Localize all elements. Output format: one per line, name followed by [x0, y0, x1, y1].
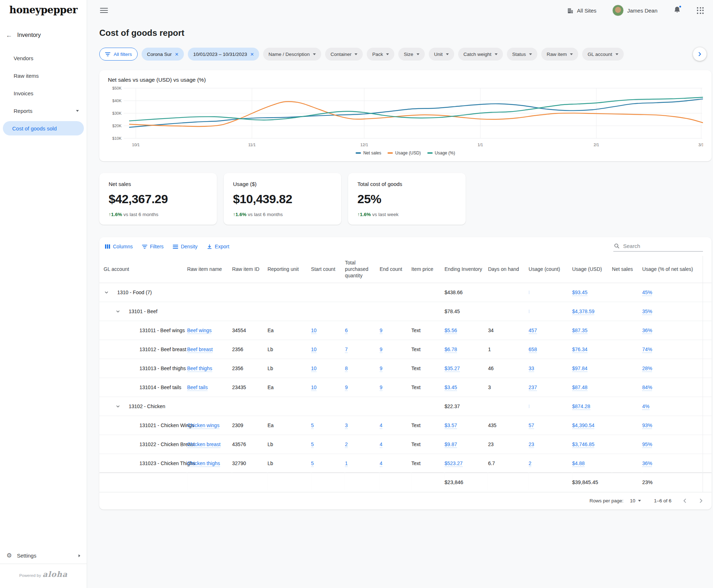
column-header-id[interactable]: Raw item ID	[232, 256, 267, 283]
cell-link-usage_usd[interactable]: $76.34	[572, 346, 588, 353]
cell-link-name[interactable]: Chicken thighs	[187, 460, 220, 467]
filters-scroll-next-button[interactable]	[693, 47, 707, 61]
cell-link-ending[interactable]: $3.45	[445, 384, 457, 391]
sidebar-item-reports[interactable]: Reports	[3, 104, 84, 118]
sidebar-item-raw-items[interactable]: Raw items	[3, 68, 84, 83]
expand-collapse-button[interactable]	[116, 404, 120, 408]
cell-link-start[interactable]: 10	[311, 365, 317, 372]
cell-link-purchased[interactable]: 3	[345, 422, 348, 429]
back-arrow-icon[interactable]: ←	[6, 32, 12, 38]
cell-link-usage_pct[interactable]: 36%	[642, 328, 652, 334]
filter-dropdown-gl-account[interactable]: GL account	[582, 48, 624, 61]
cell-link-name[interactable]: Beef wings	[187, 328, 211, 334]
filter-dropdown-raw-item[interactable]: Raw item	[541, 48, 578, 61]
cell-link-name[interactable]: Beef breast	[187, 346, 213, 353]
cell-link-usage_usd[interactable]: $4.88	[572, 460, 585, 467]
cell-link-usage_pct[interactable]: 95%	[642, 441, 652, 448]
column-header-price[interactable]: Item price	[411, 256, 445, 283]
cell-link-ending[interactable]: $5.56	[445, 328, 457, 334]
cell-link-ending[interactable]: $35.27	[445, 365, 460, 372]
cell-link-usage_pct[interactable]: 35%	[642, 309, 652, 315]
column-header-end[interactable]: End count	[380, 256, 411, 283]
all-filters-button[interactable]: All filters	[99, 48, 138, 61]
cell-link-usage_pct[interactable]: 4%	[642, 403, 649, 410]
cell-link-ending[interactable]: $523.27	[445, 460, 463, 467]
column-header-start[interactable]: Start count	[311, 256, 345, 283]
export-button[interactable]: Export	[207, 244, 229, 249]
search-input[interactable]	[623, 243, 702, 249]
column-header-days[interactable]: Days on hand	[488, 256, 528, 283]
sidebar-item-invoices[interactable]: Invoices	[3, 86, 84, 100]
cell-link-usage_usd[interactable]: $87.35	[572, 328, 588, 334]
filter-dropdown-name-description[interactable]: Name / Description	[263, 48, 321, 61]
cell-link-name[interactable]: Chicken breast	[187, 441, 220, 448]
cell-link-usage_count[interactable]: 2	[529, 460, 532, 467]
cell-link-usage_usd[interactable]: $4,378.59	[572, 309, 594, 315]
close-icon[interactable]: ×	[175, 51, 179, 57]
cell-link-purchased[interactable]: 6	[345, 328, 348, 334]
cell-link-start[interactable]: 5	[311, 441, 314, 448]
user-menu[interactable]: James Dean	[612, 5, 657, 16]
cell-link-start[interactable]: 10	[311, 346, 317, 353]
hamburger-menu-icon[interactable]	[100, 6, 108, 14]
cell-link-usage_usd[interactable]: $4,390.54	[572, 422, 594, 429]
cell-link-purchased[interactable]: 9	[345, 384, 348, 391]
cell-link-purchased[interactable]: 2	[345, 441, 348, 448]
cell-link-ending[interactable]: $3.57	[445, 422, 457, 429]
rows-per-page-select[interactable]: 10	[630, 498, 641, 503]
filter-dropdown-catch-weight[interactable]: Catch weight	[458, 48, 503, 61]
next-page-button[interactable]	[698, 498, 704, 503]
cell-link-start[interactable]: 10	[311, 328, 317, 334]
cell-link-end[interactable]: 9	[380, 346, 382, 353]
sidebar-item-cost-of-goods-sold[interactable]: Cost of goods sold	[3, 121, 84, 135]
cell-link-usage_pct[interactable]: 36%	[642, 460, 652, 467]
filters-button[interactable]: Filters	[142, 244, 163, 249]
all-sites-selector[interactable]: All Sites	[567, 7, 596, 14]
cell-link-usage_count[interactable]: 457	[529, 328, 537, 334]
cell-link-usage_pct[interactable]: 74%	[642, 346, 652, 353]
cell-link-name[interactable]: Beef tails	[187, 384, 208, 391]
cell-link-end[interactable]: 4	[380, 441, 382, 448]
density-button[interactable]: Density	[173, 244, 198, 249]
filter-dropdown-size[interactable]: Size	[398, 48, 424, 61]
cell-link-end[interactable]: 4	[380, 460, 382, 467]
cell-link-purchased[interactable]: 7	[345, 346, 348, 353]
column-header-usage_usd[interactable]: Usage (USD)	[572, 256, 612, 283]
cell-link-end[interactable]: 9	[380, 384, 382, 391]
cell-link-usage_count[interactable]: 237	[529, 384, 537, 391]
cell-link-usage_pct[interactable]: 45%	[642, 290, 652, 296]
cell-link-start[interactable]: 5	[311, 460, 314, 467]
cell-link-usage_count[interactable]: 658	[529, 346, 537, 353]
cell-link-purchased[interactable]: 8	[345, 365, 348, 372]
cell-link-ending[interactable]: $6.78	[445, 346, 457, 353]
column-header-gl[interactable]: GL account	[99, 256, 187, 283]
cell-link-start[interactable]: 5	[311, 422, 314, 429]
cell-link-usage_count[interactable]: 23	[529, 441, 534, 448]
applied-filter-chip[interactable]: Corona Sur ×	[142, 48, 184, 61]
applied-filter-chip-date[interactable]: 10/01/2023 – 10/31/2023 ×	[188, 48, 259, 61]
cell-link-usage_usd[interactable]: $87.48	[572, 384, 588, 391]
cell-link-usage_usd[interactable]: $3,746.85	[572, 441, 594, 448]
cell-link-name[interactable]: Chicken wings	[187, 422, 219, 429]
columns-button[interactable]: Columns	[105, 244, 133, 249]
cell-link-usage_count[interactable]: 57	[529, 422, 534, 429]
cell-link-end[interactable]: 9	[380, 365, 382, 372]
column-header-name[interactable]: Raw item name	[187, 256, 232, 283]
cell-link-end[interactable]: 9	[380, 328, 382, 334]
filter-dropdown-unit[interactable]: Unit	[429, 48, 454, 61]
column-header-purchased[interactable]: Total purchased quantity	[345, 256, 380, 283]
cell-link-usage_usd[interactable]: $874.28	[572, 403, 590, 410]
cell-link-usage_pct[interactable]: 28%	[642, 365, 652, 372]
cell-link-end[interactable]: 4	[380, 422, 382, 429]
filter-dropdown-pack[interactable]: Pack	[367, 48, 394, 61]
sidebar-item-vendors[interactable]: Vendors	[3, 51, 84, 65]
cell-link-ending[interactable]: $9.87	[445, 441, 457, 448]
expand-collapse-button[interactable]	[104, 290, 109, 295]
notifications-button[interactable]	[673, 6, 681, 15]
close-icon[interactable]: ×	[250, 51, 254, 57]
cell-link-name[interactable]: Beef thighs	[187, 365, 212, 372]
filter-dropdown-status[interactable]: Status	[507, 48, 537, 61]
column-header-ending[interactable]: Ending Inventory	[445, 256, 488, 283]
prev-page-button[interactable]	[682, 498, 688, 503]
filter-dropdown-container[interactable]: Container	[325, 48, 363, 61]
